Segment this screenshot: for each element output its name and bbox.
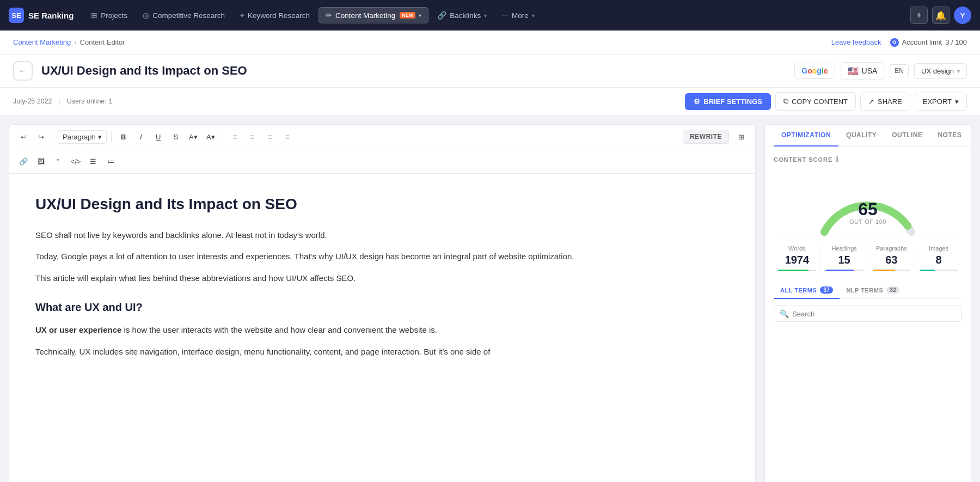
align-left-button[interactable]: ≡ — [228, 129, 243, 144]
brief-settings-button[interactable]: ⚙ BRIEF SETTINGS — [685, 93, 771, 110]
blockquote-button[interactable]: " — [51, 154, 66, 169]
nav-item-keyword-research[interactable]: ⌖ Keyword Research — [234, 8, 316, 23]
score-info-icon[interactable]: ℹ — [836, 155, 839, 163]
document-date: July-25 2022 — [13, 97, 52, 105]
country-selector[interactable]: 🇺🇸 USA — [841, 62, 885, 80]
tab-optimization[interactable]: OPTIMIZATION — [774, 125, 838, 147]
image-button[interactable]: 🖼 — [33, 154, 48, 169]
content-h1: UX/UI Design and Its Impact on SEO — [35, 191, 729, 217]
tab-quality[interactable]: QUALITY — [838, 125, 884, 147]
title-bar: ← UX/UI Design and Its Impact on SEO Goo… — [0, 54, 980, 88]
rewrite-button[interactable]: REWRITE — [683, 130, 729, 144]
editor-content[interactable]: UX/UI Design and Its Impact on SEO SEO s… — [9, 174, 755, 482]
editor-area: ↩ ↪ Paragraph ▾ B I U S A▾ A▾ ≡ ≡ ≡ ≡ RE… — [9, 124, 756, 482]
nav-item-competitive-research[interactable]: ◎ Competitive Research — [136, 8, 231, 23]
country-flag: 🇺🇸 — [848, 66, 859, 76]
panel-tabs: OPTIMIZATION QUALITY OUTLINE NOTES — [765, 125, 971, 147]
paragraph-style-select[interactable]: Paragraph ▾ — [58, 130, 107, 144]
add-button[interactable]: + — [910, 7, 928, 24]
breadcrumb-root[interactable]: Content Marketing — [13, 38, 71, 46]
main-layout: ↩ ↪ Paragraph ▾ B I U S A▾ A▾ ≡ ≡ ≡ ≡ RE… — [0, 115, 980, 482]
breadcrumb-bar: Content Marketing › Content Editor Leave… — [0, 30, 980, 54]
terms-tab-nlp[interactable]: NLP TERMS 32 — [840, 282, 906, 299]
competitive-research-icon: ◎ — [143, 11, 149, 20]
underline-button[interactable]: U — [151, 129, 166, 144]
content-p1: SEO shall not live by keywords and backl… — [35, 228, 729, 242]
images-bar — [920, 270, 958, 271]
title-left: ← UX/UI Design and Its Impact on SEO — [13, 61, 247, 81]
title-right: Google Google 🇺🇸 USA EN UX design ▾ — [794, 62, 967, 80]
bullet-list-button[interactable]: ☰ — [85, 154, 101, 169]
meta-actions: ⚙ BRIEF SETTINGS ⧉ COPY CONTENT ↗ SHARE … — [685, 92, 967, 111]
nav-label-backlinks: Backlinks — [450, 11, 481, 20]
meta-divider: | — [59, 97, 60, 105]
meta-bar: July-25 2022 | Users online: 1 ⚙ BRIEF S… — [0, 88, 980, 115]
italic-button[interactable]: I — [133, 129, 149, 144]
highlight-button[interactable]: A▾ — [186, 129, 201, 144]
account-limit-value: 3 / 100 — [945, 38, 967, 46]
tab-outline[interactable]: OUTLINE — [884, 125, 930, 147]
more-icon: ··· — [502, 11, 509, 20]
redo-button[interactable]: ↪ — [33, 129, 48, 144]
notifications-button[interactable]: 🔔 — [932, 7, 950, 24]
leave-feedback-link[interactable]: Leave feedback — [831, 38, 881, 46]
link-button[interactable]: 🔗 — [16, 154, 31, 169]
keyword-label: UX design — [921, 67, 954, 75]
undo-button[interactable]: ↩ — [16, 129, 31, 144]
images-bar-fill — [920, 270, 935, 271]
words-bar — [778, 270, 816, 271]
search-engine-selector[interactable]: Google Google — [794, 63, 835, 79]
keyword-caret: ▾ — [957, 68, 960, 74]
nav-item-projects[interactable]: ⊞ Projects — [84, 8, 134, 23]
content-marketing-icon: ✏ — [326, 11, 332, 20]
stat-paragraphs: Paragraphs 63 — [868, 245, 916, 271]
account-limit-label: Account limit — [902, 38, 942, 46]
user-avatar[interactable]: Y — [954, 7, 971, 24]
strikethrough-button[interactable]: S — [168, 129, 183, 144]
keyword-selector[interactable]: UX design ▾ — [914, 63, 967, 79]
breadcrumb-actions: Leave feedback ✪ Account limit 3 / 100 — [831, 38, 967, 47]
account-limit-icon: ✪ — [890, 38, 899, 47]
terms-search-box: 🔍 — [774, 306, 962, 322]
nav-item-backlinks[interactable]: 🔗 Backlinks ▾ — [431, 8, 493, 23]
users-online: Users online: 1 — [67, 97, 112, 105]
language-selector[interactable]: EN — [890, 64, 909, 77]
backlinks-caret: ▾ — [484, 13, 487, 19]
content-h2: What are UX and UI? — [35, 298, 729, 316]
align-center-button[interactable]: ≡ — [245, 129, 260, 144]
terms-tab-all[interactable]: ALL TERMS 37 — [774, 282, 840, 299]
share-icon: ↗ — [868, 97, 874, 106]
align-right-button[interactable]: ≡ — [262, 129, 278, 144]
back-button[interactable]: ← — [13, 61, 33, 81]
brand-logo[interactable]: SE SE Ranking — [9, 8, 74, 23]
content-p4-text: is how the user interacts with the websi… — [121, 325, 437, 334]
terms-tabs: ALL TERMS 37 NLP TERMS 32 — [774, 282, 962, 299]
meta-info: July-25 2022 | Users online: 1 — [13, 97, 112, 105]
nav-label-more: More — [512, 11, 529, 20]
justify-button[interactable]: ≡ — [280, 129, 295, 144]
stat-images: Images 8 — [915, 245, 962, 271]
toolbar-separator-1 — [53, 131, 53, 142]
settings-icon-button[interactable]: ⊞ — [733, 129, 749, 144]
gauge-score: 65 — [849, 199, 886, 219]
terms-search-input[interactable] — [792, 310, 956, 318]
nav-item-content-marketing[interactable]: ✏ Content Marketing NEW ▾ — [318, 7, 428, 23]
export-button[interactable]: EXPORT ▾ — [915, 93, 967, 111]
copy-content-button[interactable]: ⧉ COPY CONTENT — [775, 92, 856, 111]
code-button[interactable]: </> — [68, 154, 83, 169]
gear-icon: ⚙ — [694, 97, 700, 106]
breadcrumb-current: Content Editor — [80, 38, 125, 46]
brand-icon: SE — [9, 8, 24, 23]
bold-button[interactable]: B — [116, 129, 131, 144]
text-color-button[interactable]: A▾ — [203, 129, 218, 144]
headings-bar — [825, 270, 863, 271]
account-limit: ✪ Account limit 3 / 100 — [890, 38, 967, 47]
tab-notes[interactable]: NOTES — [930, 125, 969, 147]
google-icon: Google — [801, 66, 828, 75]
nav-item-more[interactable]: ··· More ▾ — [495, 8, 541, 23]
gauge-out-of: OUT OF 100 — [849, 218, 886, 225]
nav-label-projects: Projects — [101, 11, 127, 20]
numbered-list-button[interactable]: ≔ — [103, 154, 118, 169]
share-button[interactable]: ↗ SHARE — [860, 93, 910, 111]
brand-name: SE Ranking — [28, 11, 74, 20]
